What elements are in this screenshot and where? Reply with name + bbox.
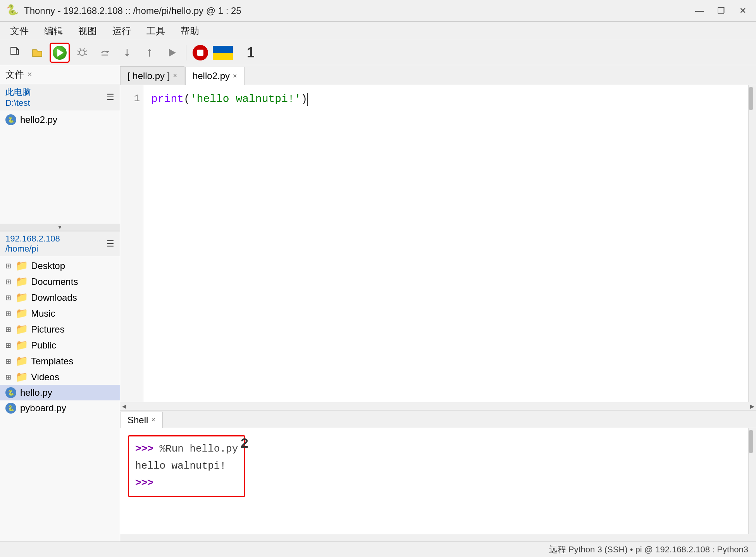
flag-blue bbox=[213, 46, 233, 53]
minimize-button[interactable]: — bbox=[692, 4, 706, 18]
python-file-icon: 🐍 bbox=[5, 114, 16, 125]
hscroll-left-arrow[interactable]: ◀ bbox=[120, 402, 128, 410]
remote-location-label: 192.168.2.108 bbox=[5, 234, 60, 244]
expand-desktop-icon: ⊞ bbox=[5, 262, 12, 270]
keyword-print: print bbox=[151, 91, 184, 108]
svg-marker-15 bbox=[148, 49, 152, 51]
folder-templates[interactable]: ⊞ 📁 Templates bbox=[0, 353, 120, 369]
folder-name-public: Public bbox=[31, 340, 56, 351]
toolbar: 1 bbox=[0, 40, 756, 65]
tab-hello2py-close[interactable]: × bbox=[233, 72, 237, 80]
remote-file-list: ⊞ 📁 Desktop ⊞ 📁 Documents ⊞ 📁 Downloads … bbox=[0, 256, 120, 541]
code-editor[interactable]: print('hello walnutpi!') bbox=[143, 85, 748, 402]
menu-file[interactable]: 文件 bbox=[3, 22, 36, 40]
local-path-label: D:\test bbox=[5, 98, 31, 108]
local-file-hello2py[interactable]: 🐍 hello2.py bbox=[0, 112, 120, 128]
resume-button[interactable] bbox=[162, 43, 182, 63]
vscroll-thumb[interactable] bbox=[749, 87, 753, 110]
step-into-button[interactable] bbox=[117, 43, 137, 63]
folder-pictures[interactable]: ⊞ 📁 Pictures bbox=[0, 321, 120, 337]
open-file-button[interactable] bbox=[27, 43, 47, 63]
tab-hello2py[interactable]: hello2.py × bbox=[185, 67, 245, 85]
remote-file-pyboard-name: pyboard.py bbox=[20, 403, 66, 414]
folder-music[interactable]: ⊞ 📁 Music bbox=[0, 305, 120, 321]
shell-text[interactable]: >>> %Run hello.py hello walnutpi! >>> bbox=[120, 428, 748, 534]
shell-line-3: >>> bbox=[135, 474, 238, 491]
menu-run[interactable]: 运行 bbox=[105, 22, 138, 40]
svg-line-7 bbox=[85, 51, 87, 52]
shell-vscroll-thumb[interactable] bbox=[749, 430, 753, 453]
shell-hscroll[interactable] bbox=[120, 534, 756, 541]
menu-view[interactable]: 视图 bbox=[71, 22, 104, 40]
stop-button[interactable] bbox=[190, 43, 210, 63]
local-scroll-bottom[interactable]: ▼ bbox=[0, 224, 120, 231]
shell-output-1: hello walnutpi! bbox=[135, 460, 226, 472]
folder-desktop[interactable]: ⊞ 📁 Desktop bbox=[0, 258, 120, 274]
paren-close: ) bbox=[301, 91, 307, 108]
stop-icon bbox=[193, 45, 208, 60]
editor-tabs: [ hello.py ] × hello2.py × bbox=[120, 65, 756, 85]
shell-prompt-1: >>> bbox=[135, 443, 153, 455]
folder-name-downloads: Downloads bbox=[31, 292, 77, 303]
shell-section: Shell × >>> %Run hello.py hello walnutpi… bbox=[120, 410, 756, 541]
menu-bar: 文件 编辑 视图 运行 工具 帮助 bbox=[0, 22, 756, 40]
svg-rect-0 bbox=[11, 47, 16, 54]
expand-public-icon: ⊞ bbox=[5, 341, 12, 350]
tab-hellopy-modified: × bbox=[173, 72, 177, 80]
step-over-button[interactable] bbox=[95, 43, 115, 63]
new-file-button[interactable] bbox=[5, 43, 25, 63]
debug-button[interactable] bbox=[72, 43, 92, 63]
folder-name-templates: Templates bbox=[31, 356, 73, 367]
menu-help[interactable]: 帮助 bbox=[174, 22, 206, 40]
folder-documents[interactable]: ⊞ 📁 Documents bbox=[0, 274, 120, 290]
local-panel-location: 此电脑 D:\test bbox=[5, 86, 31, 108]
editor-hscroll[interactable]: ◀ ▶ bbox=[120, 402, 756, 410]
local-panel-menu[interactable]: ☰ bbox=[107, 92, 114, 102]
remote-file-pyboardpy[interactable]: 🐍 pyboard.py bbox=[0, 400, 120, 416]
svg-marker-13 bbox=[125, 54, 129, 57]
editor-area: 1 print('hello walnutpi!') bbox=[120, 85, 756, 402]
expand-templates-icon: ⊞ bbox=[5, 357, 12, 366]
status-text: 远程 Python 3 (SSH) • pi @ 192.168.2.108 :… bbox=[549, 544, 748, 555]
folder-name-videos: Videos bbox=[31, 372, 59, 383]
hscroll-right-arrow[interactable]: ▶ bbox=[748, 402, 756, 410]
annotation-2: 2 bbox=[240, 432, 249, 456]
local-file-list: 🐍 hello2.py bbox=[0, 110, 120, 224]
close-button[interactable]: ✕ bbox=[736, 4, 750, 18]
folder-downloads[interactable]: ⊞ 📁 Downloads bbox=[0, 290, 120, 305]
menu-tools[interactable]: 工具 bbox=[139, 22, 172, 40]
folder-public[interactable]: ⊞ 📁 Public bbox=[0, 337, 120, 353]
svg-rect-17 bbox=[197, 50, 203, 56]
right-panel: [ hello.py ] × hello2.py × 1 print('hell… bbox=[120, 65, 756, 541]
run-button[interactable] bbox=[50, 43, 70, 63]
python-icon-pyboardpy: 🐍 bbox=[5, 403, 16, 414]
folder-videos[interactable]: ⊞ 📁 Videos bbox=[0, 369, 120, 385]
sidebar-close[interactable]: × bbox=[27, 69, 32, 79]
shell-vscroll[interactable] bbox=[748, 428, 756, 534]
shell-tab[interactable]: Shell × bbox=[120, 412, 163, 428]
remote-file-hellopy[interactable]: 🐍 hello.py bbox=[0, 385, 120, 400]
expand-videos-icon: ⊞ bbox=[5, 373, 12, 381]
svg-line-8 bbox=[77, 54, 79, 55]
shell-tab-close[interactable]: × bbox=[151, 416, 155, 424]
remote-panel-menu[interactable]: ☰ bbox=[107, 239, 114, 249]
tab-hellopy[interactable]: [ hello.py ] × bbox=[120, 66, 184, 85]
folder-icon-downloads: 📁 bbox=[15, 291, 28, 304]
maximize-button[interactable]: ❐ bbox=[714, 4, 728, 18]
folder-name-desktop: Desktop bbox=[31, 260, 65, 271]
step-out-button[interactable] bbox=[139, 43, 160, 63]
sidebar: 文件 × 此电脑 D:\test ☰ 🐍 hello2.py ▼ bbox=[0, 65, 120, 541]
remote-panel-location: 192.168.2.108 /home/pi bbox=[5, 234, 60, 254]
string-literal: 'hello walnutpi!' bbox=[190, 91, 301, 108]
line-numbers: 1 bbox=[120, 85, 143, 402]
menu-edit[interactable]: 编辑 bbox=[37, 22, 70, 40]
editor-vscroll[interactable] bbox=[748, 85, 756, 402]
sidebar-title-text: 文件 bbox=[5, 68, 24, 81]
app-icon: 🐍 bbox=[6, 4, 20, 18]
shell-cmd-1: %Run hello.py bbox=[159, 443, 238, 455]
remote-panel-header: 192.168.2.108 /home/pi ☰ bbox=[0, 231, 120, 256]
shell-tabs: Shell × bbox=[120, 410, 756, 428]
file-panel-remote: 192.168.2.108 /home/pi ☰ ⊞ 📁 Desktop ⊞ 📁… bbox=[0, 231, 120, 541]
shell-line-2: hello walnutpi! bbox=[135, 457, 238, 474]
svg-point-3 bbox=[79, 50, 85, 55]
